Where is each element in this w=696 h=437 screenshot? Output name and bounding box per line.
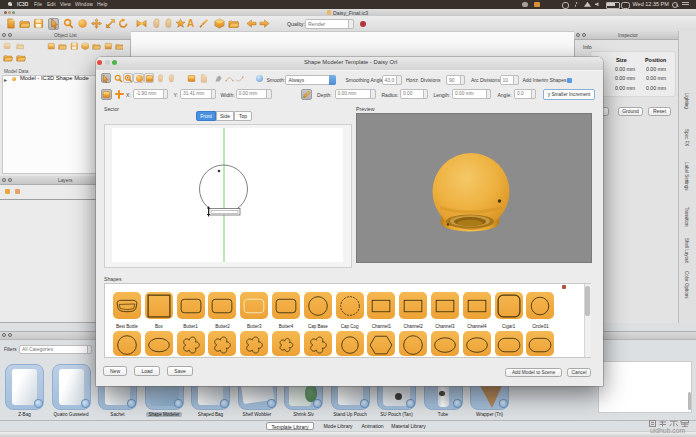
svg-text:A: A: [187, 18, 195, 29]
